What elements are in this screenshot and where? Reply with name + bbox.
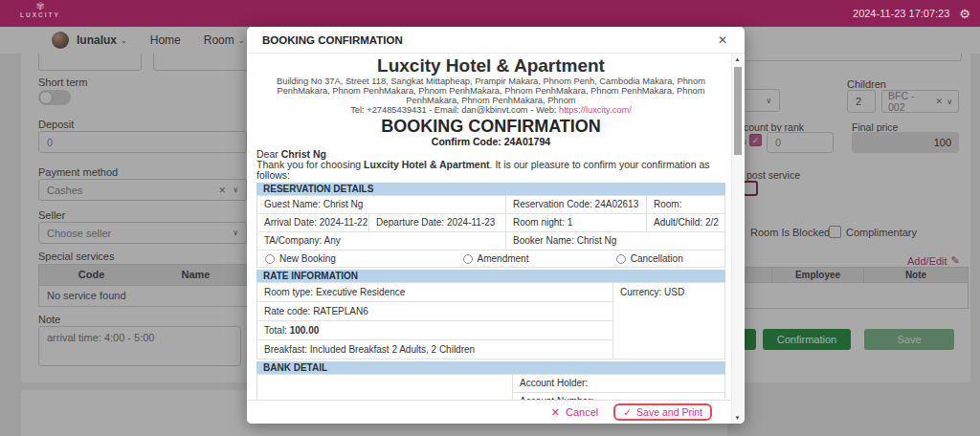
booker-name-cell: Booker Name: Christ Ng [506, 232, 725, 251]
room-type-cell: Room type: Executive Residence [257, 283, 613, 302]
cancel-x-icon: ✕ [551, 406, 560, 419]
modal-footer: ✕ Cancel ✓ Save and Print [247, 400, 733, 424]
modal-scrollbar[interactable]: ▲ ▼ [731, 54, 743, 424]
ta-company-cell: TA/Company: Any [257, 232, 506, 251]
cancel-button[interactable]: ✕ Cancel [551, 406, 598, 419]
currency-cell: Currency: USD [613, 283, 725, 360]
new-booking-option[interactable]: New Booking [257, 253, 419, 264]
flower-icon: ✾ [11, 1, 69, 11]
rate-code-cell: Rate code: RATEPLAN6 [257, 302, 613, 321]
radio-icon[interactable] [265, 254, 275, 264]
transfer-information-cell: Transfer Information: [257, 375, 513, 400]
arrival-date-cell: Arrival Date: 2024-11-22 [257, 214, 369, 232]
room-night-cell: Room night: 1 [506, 214, 647, 232]
scrollbar-thumb[interactable] [734, 67, 742, 155]
thanks-line: Thank you for choosing Luxcity Hotel & A… [256, 160, 725, 181]
website-link[interactable]: https://luxcity.com/ [559, 105, 632, 115]
app-canvas: Short term Deposit 0 Payment method Cash… [0, 0, 980, 436]
reservation-details-band: RESERVATION DETAILS [256, 183, 725, 195]
reservation-code-cell: Reservation Code: 24A02613 [506, 196, 647, 214]
rate-information-band: RATE INFORMATION [256, 270, 725, 282]
top-bar: ✾ LUXCITY 2024-11-23 17:07:23 ⚙ [0, 0, 980, 27]
gear-icon[interactable]: ⚙ [959, 8, 970, 20]
hotel-address: Building No 37A, Street 118, Sangkat Mit… [256, 76, 725, 105]
booking-confirmation-heading: BOOKING CONFIRMATION [256, 117, 725, 137]
luxcity-logo[interactable]: ✾ LUXCITY [11, 1, 69, 19]
rate-table: Room type: Executive Residence Currency:… [256, 282, 725, 360]
reservation-table: Guest Name: Christ Ng Reservation Code: … [256, 195, 725, 268]
scroll-up-icon[interactable]: ▲ [732, 56, 743, 62]
hotel-contact: Tel: +27485439431 - Email: dan@kbinvt.co… [256, 105, 725, 115]
hotel-name: Luxcity Hotel & Apartment [256, 55, 725, 76]
save-and-print-button[interactable]: ✓ Save and Print [613, 403, 712, 421]
cancellation-option[interactable]: Cancellation [572, 253, 725, 264]
close-icon[interactable]: ✕ [718, 33, 727, 47]
account-holder-cell: Account Holder: [513, 375, 725, 393]
scroll-down-icon[interactable]: ▼ [732, 415, 743, 421]
radio-icon[interactable] [463, 254, 473, 264]
room-cell: Room: [647, 196, 725, 214]
total-cell: Total: 100.00 [257, 321, 613, 340]
account-number-cell: Account Number: [513, 393, 725, 400]
booking-type-row: New Booking Amendment Cancellation [257, 251, 725, 268]
bank-detail-band: BANK DETAIL [256, 361, 725, 374]
check-icon: ✓ [623, 406, 632, 418]
modal-body: Luxcity Hotel & Apartment Building No 37… [256, 54, 725, 400]
guest-name-cell: Guest Name: Christ Ng [257, 196, 506, 214]
modal-header: BOOKING CONFIRMATION ✕ [247, 27, 745, 54]
confirm-code: Confirm Code: 24A01794 [256, 137, 725, 147]
amendment-option[interactable]: Amendment [419, 253, 573, 264]
radio-icon[interactable] [616, 254, 626, 264]
adult-child-cell: Adult/Child: 2/2 [647, 214, 725, 232]
datetime-display: 2024-11-23 17:07:23 [853, 8, 949, 19]
departure-date-cell: Departure Date: 2024-11-23 [369, 214, 506, 232]
bank-table: Transfer Information: Account Holder: Ac… [256, 374, 725, 400]
breakfast-cell: Breakfast: Included Breakfast 2 Adults, … [257, 340, 613, 360]
modal-title: BOOKING CONFIRMATION [262, 34, 403, 46]
booking-confirmation-modal: BOOKING CONFIRMATION ✕ Luxcity Hotel & A… [247, 27, 745, 424]
